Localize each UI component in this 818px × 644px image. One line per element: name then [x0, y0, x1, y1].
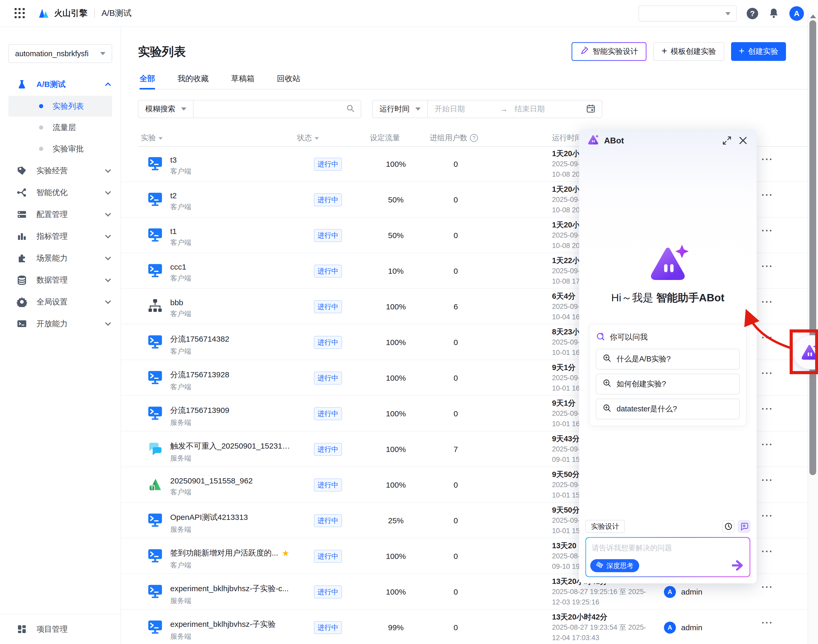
- sidebar-item-data-management[interactable]: 数据管理: [0, 269, 121, 291]
- sidebar-item-scene-capability[interactable]: 场景能力: [0, 247, 121, 269]
- sidebar-item-ab-test[interactable]: A/B测试: [0, 74, 121, 95]
- row-more-actions-button[interactable]: ···: [761, 190, 773, 201]
- notification-bell-icon[interactable]: [768, 7, 780, 20]
- experiment-cell[interactable]: experiment_bklhjbvhsz-子实验 服务端: [147, 619, 276, 641]
- tab-recycle-bin[interactable]: 回收站: [275, 71, 302, 89]
- tab-drafts[interactable]: 草稿箱: [230, 71, 256, 89]
- sidebar-item-metric-management[interactable]: 指标管理: [0, 225, 121, 247]
- sidebar-item-global-settings[interactable]: 全局设置: [0, 291, 121, 313]
- row-more-actions-button[interactable]: ···: [761, 439, 773, 450]
- row-more-actions-button[interactable]: ···: [761, 511, 773, 521]
- favorite-star-icon[interactable]: ★: [282, 549, 289, 558]
- creator-avatar: A: [664, 622, 676, 633]
- runtime-date-start: 2025-08-27 19:23:54 至 2025-: [552, 622, 666, 633]
- row-more-actions-button[interactable]: ···: [761, 332, 773, 343]
- vertical-scrollbar[interactable]: [807, 11, 818, 644]
- row-more-actions-button[interactable]: ···: [761, 582, 773, 593]
- brand-area[interactable]: 火山引擎 A/B测试: [37, 6, 132, 20]
- scrollbar-thumb[interactable]: [809, 20, 816, 475]
- search-icon[interactable]: [346, 104, 355, 114]
- experiment-name[interactable]: experiment_bklhjbvhsz-子实验: [170, 619, 276, 630]
- row-more-actions-button[interactable]: ···: [761, 297, 773, 308]
- calendar-icon[interactable]: [586, 104, 595, 114]
- sidebar-item-experiment-list[interactable]: 实验列表: [8, 96, 112, 117]
- experiment-name[interactable]: 20250901_151558_962: [170, 477, 253, 485]
- experiment-cell[interactable]: 触发不可重入_20250901_152319... 服务端: [147, 441, 293, 463]
- experiment-name[interactable]: t3: [170, 156, 177, 164]
- ai-experiment-design-button[interactable]: 智能实验设计: [571, 42, 646, 61]
- row-more-actions-button[interactable]: ···: [761, 368, 773, 379]
- experiment-cell[interactable]: ccc1 客户端: [147, 262, 191, 283]
- row-more-actions-button[interactable]: ···: [761, 403, 773, 414]
- experiment-name[interactable]: 签到功能新增对用户活跃度的...: [170, 548, 278, 558]
- user-avatar[interactable]: A: [789, 6, 804, 21]
- top-selector[interactable]: [638, 5, 737, 21]
- row-more-actions-button[interactable]: ···: [761, 154, 773, 165]
- history-clock-icon[interactable]: [722, 520, 735, 533]
- sidebar-item-experiment-operation[interactable]: 实验经营: [0, 160, 121, 182]
- experiment-cell[interactable]: OpenAPI测试4213313 服务端: [147, 512, 248, 534]
- end-date-input[interactable]: 结束日期: [508, 104, 580, 114]
- deep-think-toggle[interactable]: 深度思考: [590, 559, 639, 572]
- project-selector[interactable]: automation_nsbrkfysfi: [8, 44, 112, 63]
- experiment-name[interactable]: 触发不可重入_20250901_152319...: [170, 441, 293, 451]
- experiment-cell[interactable]: 分流1756713909 服务端: [147, 405, 229, 427]
- row-more-actions-button[interactable]: ···: [761, 225, 773, 236]
- sidebar-item-experiment-approval[interactable]: 实验审批: [8, 138, 112, 159]
- suggestion-what-is-datatester[interactable]: datatester是什么?: [596, 399, 740, 419]
- experiment-name[interactable]: experiment_bklhjbvhsz-子实验-c...: [170, 583, 289, 594]
- row-more-actions-button[interactable]: ···: [761, 618, 773, 629]
- sidebar-item-open-capability[interactable]: 开放能力: [0, 313, 121, 334]
- row-more-actions-button[interactable]: ···: [761, 261, 773, 272]
- row-more-actions-button[interactable]: ···: [761, 546, 773, 557]
- sidebar-item-config-management[interactable]: 配置管理: [0, 204, 121, 225]
- app-grid-icon[interactable]: [15, 8, 25, 18]
- column-status[interactable]: 状态: [297, 133, 319, 143]
- experiment-name[interactable]: 分流1756713909: [170, 405, 229, 416]
- experiment-cell[interactable]: experiment_bklhjbvhsz-子实验-c... 服务端: [147, 583, 289, 606]
- row-more-actions-button[interactable]: ···: [761, 475, 773, 486]
- close-icon[interactable]: [737, 135, 749, 146]
- experiment-name[interactable]: t2: [170, 191, 177, 200]
- experiment-name[interactable]: bbb: [170, 298, 183, 307]
- tab-all[interactable]: 全部: [138, 71, 157, 89]
- suggestion-what-is-ab[interactable]: 什么是A/B实验?: [596, 349, 740, 370]
- expand-icon[interactable]: [721, 135, 733, 146]
- sidebar-item-traffic-layer[interactable]: 流量层: [8, 117, 112, 138]
- tab-favorites[interactable]: 我的收藏: [176, 71, 210, 89]
- sidebar-item-smart-optimization[interactable]: 智能优化: [0, 182, 121, 204]
- experiment-cell[interactable]: 分流1756713928 客户端: [147, 370, 229, 392]
- start-date-input[interactable]: 开始日期: [428, 104, 500, 114]
- experiment-cell[interactable]: 分流1756714382 客户端: [147, 334, 229, 356]
- time-field-select[interactable]: 运行时间: [373, 100, 428, 118]
- experiment-cell[interactable]: t1 客户端: [147, 227, 191, 247]
- search-mode-select[interactable]: 模糊搜索: [138, 100, 193, 118]
- table-row[interactable]: experiment_bklhjbvhsz-子实验 服务端 进行中 99% 0 …: [121, 610, 807, 644]
- scroll-up-arrow-icon[interactable]: [810, 15, 816, 18]
- template-create-button[interactable]: + 模板创建实验: [653, 42, 724, 61]
- experiment-design-chip[interactable]: 实验设计: [585, 520, 625, 533]
- experiment-cell[interactable]: 签到功能新增对用户活跃度的...★ 客户端: [147, 548, 289, 570]
- experiment-cell[interactable]: t2 客户端: [147, 191, 191, 212]
- search-input[interactable]: [193, 100, 346, 118]
- new-chat-icon[interactable]: [738, 520, 750, 533]
- experiment-name[interactable]: 分流1756713928: [170, 370, 229, 380]
- experiment-cell[interactable]: t3 客户端: [147, 156, 191, 176]
- suggestion-how-to-create[interactable]: 如何创建实验?: [596, 374, 740, 394]
- status-badge: 进行中: [314, 514, 342, 527]
- experiment-name[interactable]: 分流1756714382: [170, 334, 229, 345]
- question-circle-icon[interactable]: ?: [470, 134, 478, 142]
- experiment-cell[interactable]: T 20250901_151558_962 客户端: [147, 477, 253, 497]
- experiment-name[interactable]: OpenAPI测试4213313: [170, 512, 248, 523]
- help-icon[interactable]: ?: [747, 8, 758, 19]
- experiment-cell[interactable]: bbb 客户端: [147, 298, 191, 319]
- column-runtime: 运行时间: [552, 133, 582, 143]
- send-icon[interactable]: [732, 560, 745, 572]
- column-experiment[interactable]: 实验: [141, 133, 163, 143]
- abot-input-box[interactable]: 请告诉我想要解决的问题 深度思考: [585, 537, 750, 577]
- create-experiment-button[interactable]: + 创建实验: [731, 42, 786, 61]
- creator-avatar: A: [664, 586, 676, 598]
- sidebar-item-project-management[interactable]: 项目管理: [0, 614, 121, 644]
- experiment-name[interactable]: t1: [170, 227, 177, 236]
- experiment-name[interactable]: ccc1: [170, 262, 186, 271]
